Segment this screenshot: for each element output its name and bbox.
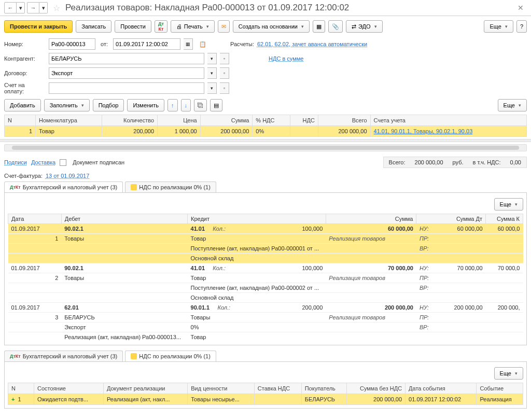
create-based-button[interactable]: Создать на основании [233, 20, 310, 33]
forward-button[interactable]: → [27, 2, 39, 13]
col-sum[interactable]: Сумма [200, 115, 253, 126]
ph-sumkt[interactable]: Сумма К [486, 214, 523, 224]
ph-sumdt[interactable]: Сумма Дт [416, 214, 486, 224]
nds-link[interactable]: НДС в сумме [269, 55, 303, 62]
calc-link[interactable]: 62.01, 62.02, зачет аванса автоматически [257, 41, 367, 47]
help-button[interactable]: ? [516, 20, 527, 33]
write-button[interactable]: Записать [76, 20, 111, 33]
edo-button[interactable]: ⇄ ЭДО [346, 20, 383, 33]
tab-accounting-2[interactable]: ДтКтБухгалтерский и налоговый учет (3) [4, 351, 123, 361]
vh-sum[interactable]: Сумма без НДС [346, 383, 405, 394]
posting-row[interactable]: 01.09.2017 62.01 90.01.1 Кол.: 200,000 2… [8, 303, 523, 313]
ph-sum[interactable]: Сумма [326, 214, 416, 224]
vh-rate[interactable]: Ставка НДС [254, 383, 301, 394]
post-and-close-button[interactable]: Провести и закрыть [4, 20, 73, 33]
contract-open[interactable]: ▫ [220, 67, 229, 79]
vat-row[interactable]: + 1 Ожидается подтв... Реализация (акт, … [8, 394, 523, 405]
copy-button[interactable]: ⿻ [194, 99, 207, 111]
select-button[interactable]: Подбор [93, 99, 124, 111]
col-qty[interactable]: Количество [102, 115, 158, 126]
number-input[interactable] [49, 38, 95, 50]
signs-link[interactable]: Подписи [4, 159, 27, 165]
tab-vat[interactable]: НДС по реализации 0% (1) [125, 181, 216, 192]
contragent-dd[interactable]: ▾ [207, 53, 217, 64]
col-price[interactable]: Цена [158, 115, 201, 126]
account-input[interactable] [49, 82, 204, 94]
paste-button[interactable]: ▤ [210, 99, 222, 111]
contragent-input[interactable] [49, 53, 204, 64]
col-total[interactable]: Всего [318, 115, 370, 126]
date-input[interactable] [113, 38, 180, 50]
move-down-button[interactable]: ↓ [181, 99, 191, 111]
vh-buyer[interactable]: Покупатель [301, 383, 346, 394]
expand-icon[interactable]: + [11, 396, 15, 402]
tab-vat-2[interactable]: НДС по реализации 0% (1) [125, 351, 216, 361]
vh-doc[interactable]: Документ реализации [103, 383, 187, 394]
contract-dd[interactable]: ▾ [207, 67, 217, 79]
cell-vat-pct: 0% [253, 126, 290, 137]
items-more-button[interactable]: Еще [498, 99, 527, 111]
contract-label: Договор: [4, 70, 46, 76]
col-n[interactable]: N [5, 115, 36, 126]
print-button[interactable]: 🖨 Печать [171, 20, 215, 33]
h-scrollbar[interactable] [4, 144, 527, 151]
col-vat-pct[interactable]: % НДС [253, 115, 290, 126]
date-picker-icon[interactable]: ▦ [184, 38, 193, 50]
calendar-icon[interactable]: 📋 [199, 41, 206, 48]
posting-row[interactable]: 01.09.2017 90.02.1 41.01 Кол.: 100,000 6… [8, 224, 523, 234]
vh-state[interactable]: Состояние [34, 383, 104, 394]
delivery-link[interactable]: Доставка [31, 159, 55, 165]
ph-debit[interactable]: Дебет [61, 214, 187, 224]
from-label: от: [101, 41, 108, 47]
postings-more-button[interactable]: Еще [494, 198, 523, 211]
back-button[interactable]: ← [4, 2, 17, 13]
cell-price: 1 000,00 [158, 126, 201, 137]
cell-total: 200 000,00 [318, 126, 370, 137]
account-dd[interactable]: ▾ [207, 82, 217, 94]
fill-button[interactable]: Заполнить [44, 99, 90, 111]
vat-more-button[interactable]: Еще [494, 367, 523, 380]
close-icon[interactable]: ✕ [514, 4, 527, 12]
vat-label: в т.ч. НДС: [473, 159, 501, 165]
account-open[interactable]: ▫ [220, 82, 229, 94]
add-button[interactable]: Добавить [4, 99, 41, 111]
signed-checkbox[interactable] [60, 159, 66, 166]
total-label: Всего: [389, 159, 406, 165]
report-button[interactable]: ▦ [313, 20, 325, 33]
vh-n[interactable]: N [8, 383, 34, 394]
tab-accounting[interactable]: ДтКтБухгалтерский и налоговый учет (3) [4, 181, 123, 192]
col-nomen[interactable]: Номенклатура [36, 115, 102, 126]
table-row[interactable]: 1 Товар 200,000 1 000,00 200 000,00 0% 2… [5, 126, 527, 137]
number-label: Номер: [4, 41, 46, 47]
move-up-button[interactable]: ↑ [167, 99, 178, 111]
vh-date[interactable]: Дата события [406, 383, 477, 394]
ph-credit[interactable]: Кредит [188, 214, 326, 224]
forward-dropdown[interactable]: ▾ [39, 2, 48, 13]
dtkt-button[interactable]: ДтКт [155, 20, 167, 33]
total-value: 200 000,00 [415, 159, 443, 165]
attach-button[interactable]: 📎 [328, 20, 343, 33]
tab-vat-label: НДС по реализации 0% (1) [139, 184, 211, 190]
vat-badge-icon-2 [131, 353, 137, 359]
cell-accounts[interactable]: 41.01, 90.01.1, Товары, 90.02.1, 90.03 [374, 128, 473, 134]
contragent-open[interactable]: ▫ [220, 53, 229, 64]
contract-input[interactable] [49, 67, 204, 79]
cell-nomen: Товар [36, 126, 102, 137]
back-dropdown[interactable]: ▾ [17, 2, 25, 13]
mail-button[interactable]: ✉ [218, 20, 230, 33]
tab-accounting-label: Бухгалтерский и налоговый учет (3) [23, 184, 118, 190]
posting-row[interactable]: 01.09.2017 90.02.1 41.01 Кол.: 100,000 7… [8, 263, 523, 273]
more-button[interactable]: Еще [484, 20, 513, 33]
signed-label: Документ подписан [73, 159, 124, 165]
vh-event[interactable]: Событие [477, 383, 523, 394]
ph-date[interactable]: Дата [8, 214, 62, 224]
favorite-icon[interactable]: ☆ [53, 3, 60, 13]
edit-button[interactable]: Изменить [127, 99, 164, 111]
invoice-link[interactable]: 13 от 01.09.2017 [46, 173, 89, 179]
contragent-label: Контрагент: [4, 55, 46, 62]
cell-vat [290, 126, 318, 137]
post-button[interactable]: Провести [115, 20, 151, 33]
col-vat[interactable]: НДС [290, 115, 318, 126]
vh-kind[interactable]: Вид ценности [188, 383, 255, 394]
col-accounts[interactable]: Счета учета [370, 115, 526, 126]
